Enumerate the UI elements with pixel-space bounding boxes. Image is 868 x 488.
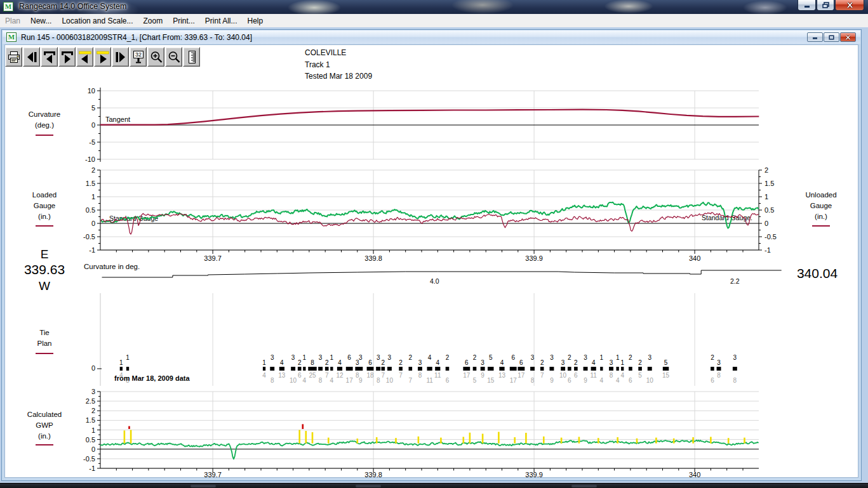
tie-count: 6 bbox=[519, 359, 523, 366]
tie-mark bbox=[717, 367, 721, 371]
tie-mark bbox=[330, 367, 333, 371]
zoom-in-button[interactable] bbox=[147, 47, 164, 67]
tie-count: 2 bbox=[711, 354, 714, 361]
tie-marks bbox=[120, 367, 737, 371]
tick-label: 2.5 bbox=[86, 397, 95, 405]
page-back-button[interactable] bbox=[23, 47, 40, 67]
tie-count: 3 bbox=[270, 354, 274, 361]
x-axis bbox=[100, 468, 759, 472]
mark-forward-button[interactable] bbox=[94, 47, 111, 67]
tie-total: 13 bbox=[498, 372, 506, 379]
tie-total: 17 bbox=[517, 372, 525, 379]
tie-total: 11 bbox=[426, 377, 433, 384]
tie-count: 2 bbox=[446, 354, 450, 361]
caption-line: Tie bbox=[18, 327, 71, 338]
tie-total: 11 bbox=[434, 372, 441, 379]
tick-label: -1 bbox=[765, 246, 771, 254]
tie-total: 10 bbox=[646, 377, 654, 384]
arrow-left-bar-icon bbox=[25, 50, 39, 64]
tick-label: -0.5 bbox=[765, 233, 777, 241]
section-forward-button[interactable] bbox=[58, 47, 76, 67]
tie-total: 17 bbox=[463, 372, 471, 379]
tie-count: 4 bbox=[500, 359, 504, 366]
tie-count: 1 bbox=[600, 354, 604, 361]
vertical-gridlines bbox=[100, 293, 695, 386]
tick-label: 3 bbox=[91, 388, 95, 395]
header-location: COLEVILLE bbox=[305, 47, 372, 59]
tie-count: 4 bbox=[338, 359, 342, 366]
tie-total: 18 bbox=[366, 372, 374, 379]
curvature-legend-swatch bbox=[36, 135, 53, 136]
tie-total: 12 bbox=[336, 372, 344, 379]
tie-total: 10 bbox=[559, 372, 567, 379]
tie-total: 10 bbox=[386, 377, 394, 384]
tick-label: -10 bbox=[85, 155, 95, 163]
tie-mark bbox=[382, 367, 385, 371]
tie-mark bbox=[648, 367, 652, 371]
chart-toolbar: 32 bbox=[5, 47, 201, 67]
tie-count: 1 bbox=[330, 354, 334, 361]
milepost-button[interactable]: 32 bbox=[130, 47, 147, 67]
tie-mark bbox=[120, 367, 123, 371]
tie-count: 2 bbox=[574, 359, 578, 366]
tie-total: 4 bbox=[262, 372, 266, 379]
gwp-series bbox=[100, 440, 759, 459]
svg-text:32: 32 bbox=[135, 51, 141, 58]
charts-canvas: 1050-5-10TangentStandard GaugeStandard G… bbox=[0, 0, 868, 488]
bar-arrow-right-icon bbox=[114, 50, 128, 64]
caption-line: Gauge bbox=[18, 201, 71, 211]
page-forward-button[interactable] bbox=[112, 47, 129, 67]
tick-label: 339.9 bbox=[525, 254, 543, 262]
tie-count: 2 bbox=[629, 354, 632, 361]
tie-count: 2 bbox=[409, 354, 413, 361]
caption-line: (in.) bbox=[792, 211, 850, 222]
tie-mark bbox=[617, 367, 619, 371]
tie-count: 1 bbox=[620, 359, 624, 366]
tie-mark bbox=[591, 367, 596, 371]
mark-back-button[interactable] bbox=[76, 47, 93, 67]
tie-total: 4 bbox=[330, 377, 334, 384]
tie-count: 8 bbox=[310, 359, 314, 366]
tick-label: 1 bbox=[91, 426, 95, 434]
tie-mark bbox=[584, 367, 588, 371]
print-button[interactable] bbox=[5, 47, 22, 67]
tie-count: 3 bbox=[418, 359, 422, 366]
direction-east-label: E bbox=[19, 247, 70, 261]
tick-label: 339.8 bbox=[364, 254, 382, 262]
chart-header: COLEVILLE Track 1 Tested Mar 18 2009 bbox=[305, 47, 372, 82]
tick-label: 0 bbox=[91, 445, 95, 453]
zoom-out-icon bbox=[167, 50, 181, 64]
gwp-exception-spikes bbox=[124, 424, 745, 443]
ruler-icon bbox=[185, 50, 199, 64]
tie-note: from Mar 18, 2009 data bbox=[114, 374, 190, 382]
tie-total: 25 bbox=[309, 372, 316, 379]
tick-label: 5 bbox=[91, 104, 95, 112]
arrow-left-yellow-icon bbox=[78, 50, 92, 64]
tick-label: 339.9 bbox=[525, 471, 543, 478]
tie-total: 4 bbox=[620, 372, 624, 379]
scale-button[interactable] bbox=[183, 47, 200, 67]
tie-total: 7 bbox=[399, 372, 403, 379]
tick-label: 0 bbox=[91, 121, 95, 129]
tie-total: 8 bbox=[418, 372, 422, 379]
tie-total: 4 bbox=[616, 377, 620, 384]
zoom-out-button[interactable] bbox=[165, 47, 182, 67]
tie-total: 15 bbox=[662, 372, 670, 379]
tie-total: 6 bbox=[629, 377, 632, 384]
tick-label: 340 bbox=[689, 471, 700, 478]
tick-label: 1 bbox=[91, 193, 95, 201]
tie-mark bbox=[435, 367, 440, 371]
tie-total: 8 bbox=[319, 377, 323, 384]
tie-total: 15 bbox=[487, 377, 495, 384]
tie-mark bbox=[387, 367, 392, 371]
tie-mark bbox=[540, 367, 544, 371]
zoom-in-icon bbox=[149, 50, 163, 64]
tie-mark bbox=[561, 367, 565, 371]
section-back-button[interactable] bbox=[41, 47, 58, 67]
tie-total: 5 bbox=[473, 377, 477, 384]
tick-label: 0.5 bbox=[86, 206, 95, 214]
tie-count: 6 bbox=[511, 354, 515, 361]
tie-total: 5 bbox=[638, 372, 642, 379]
tie-plan-legend-swatch bbox=[36, 353, 53, 354]
direction-west-label: W bbox=[19, 279, 70, 293]
